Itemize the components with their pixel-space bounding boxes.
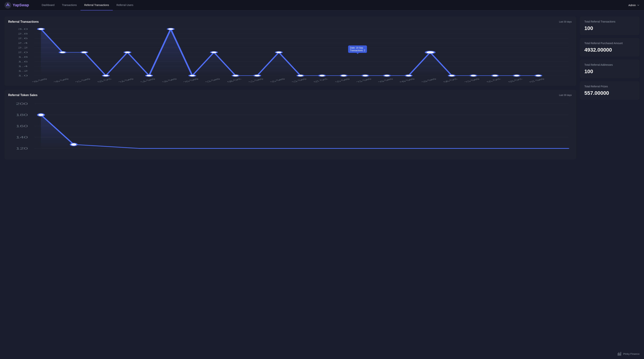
svg-point-43 <box>448 75 455 76</box>
left-column: Referral Transactions Last 30 days Date:… <box>4 16 576 159</box>
svg-text:28 Sep: 28 Sep <box>30 78 48 82</box>
svg-text:01 Oct: 01 Oct <box>485 78 502 82</box>
stat-total-referral-prizes-title: Total Referral Prizes <box>584 85 635 88</box>
svg-point-33 <box>232 75 239 76</box>
navbar: YapSwap Dashboard Transactions Referral … <box>0 0 644 10</box>
logo-icon <box>4 2 11 8</box>
svg-text:03 Oct: 03 Oct <box>507 78 524 82</box>
svg-text:02 Oct: 02 Oct <box>96 78 113 82</box>
svg-point-26 <box>81 51 88 53</box>
svg-text:2.8: 2.8 <box>18 32 28 35</box>
footer-logo: Pinky Finance <box>617 352 640 356</box>
svg-point-27 <box>102 75 109 76</box>
nav-links: Dashboard Transactions Referral Transact… <box>38 0 628 10</box>
svg-point-47 <box>535 75 542 76</box>
chart1-container: Date: 19 Sep Transactions: 2 3.0 2.8 2.6… <box>8 26 572 82</box>
svg-text:07 Oct: 07 Oct <box>312 78 329 82</box>
svg-text:1.4: 1.4 <box>18 65 28 67</box>
admin-menu[interactable]: Admin <box>628 4 640 7</box>
chart1-header: Referral Transactions Last 30 days <box>8 20 572 23</box>
svg-point-45 <box>492 75 498 76</box>
chart2-svg: 200 180 160 140 120 <box>8 100 572 156</box>
stat-total-referral-prizes: Total Referral Prizes 557.00000 <box>580 81 640 100</box>
svg-rect-87 <box>620 352 621 356</box>
svg-point-29 <box>146 75 152 76</box>
svg-point-24 <box>38 28 44 30</box>
logo-text: YapSwap <box>13 3 29 7</box>
svg-point-83 <box>70 143 77 146</box>
chart2-header: Referral Token Sales Last 30 days <box>8 93 572 97</box>
admin-label: Admin <box>628 4 636 7</box>
svg-point-39 <box>362 75 368 76</box>
svg-text:14 Sep: 14 Sep <box>139 78 156 82</box>
chart2-container: 200 180 160 140 120 <box>8 100 572 156</box>
svg-text:2.2: 2.2 <box>18 46 28 49</box>
right-column: Total Referral Transactions 100 Total Re… <box>580 16 640 100</box>
referral-token-sales-chart-card: Referral Token Sales Last 30 days 200 18… <box>4 90 576 159</box>
svg-point-38 <box>340 75 347 76</box>
svg-rect-86 <box>620 354 620 356</box>
svg-text:160: 160 <box>16 124 28 128</box>
svg-point-46 <box>513 75 520 76</box>
chevron-down-icon <box>637 4 640 6</box>
referral-transactions-chart-card: Referral Transactions Last 30 days Date:… <box>4 16 576 86</box>
svg-point-25 <box>59 51 66 53</box>
svg-point-34 <box>254 75 260 76</box>
svg-text:2.0: 2.0 <box>18 51 28 53</box>
svg-text:18 Sep: 18 Sep <box>160 78 178 82</box>
stat-total-referral-prizes-value: 557.00000 <box>584 90 635 96</box>
svg-text:22 Sep: 22 Sep <box>355 78 373 82</box>
svg-text:09 Sep: 09 Sep <box>398 78 416 82</box>
svg-text:1.2: 1.2 <box>18 70 28 72</box>
nav-referral-transactions[interactable]: Referral Transactions <box>80 0 113 10</box>
svg-text:19 Sep: 19 Sep <box>420 78 438 82</box>
footer-brand: Pinky Finance <box>623 353 640 355</box>
svg-text:13 Sep: 13 Sep <box>204 78 222 82</box>
nav-dashboard[interactable]: Dashboard <box>38 0 58 10</box>
svg-point-31 <box>189 75 196 76</box>
svg-point-37 <box>319 75 325 76</box>
svg-text:06 Oct: 06 Oct <box>442 78 459 82</box>
stat-total-referral-purchased-amount: Total Referral Purchased Amount 4932.000… <box>580 38 640 57</box>
svg-text:12 Sep: 12 Sep <box>290 78 308 82</box>
svg-text:11 Sep: 11 Sep <box>247 78 265 82</box>
svg-rect-85 <box>619 352 619 356</box>
svg-text:1.0: 1.0 <box>18 74 28 77</box>
svg-point-28 <box>124 51 131 53</box>
stat-total-referral-transactions: Total Referral Transactions 100 <box>580 16 640 35</box>
svg-point-30 <box>167 28 174 30</box>
stat-total-referral-purchased-amount-value: 4932.00000 <box>584 47 635 53</box>
svg-text:120: 120 <box>16 147 28 150</box>
svg-text:26 Sep: 26 Sep <box>52 78 70 82</box>
svg-text:2.6: 2.6 <box>18 37 28 39</box>
chart2-title: Referral Token Sales <box>8 93 38 97</box>
svg-text:1.6: 1.6 <box>18 60 28 63</box>
svg-text:3.0: 3.0 <box>18 28 28 30</box>
svg-text:21 Sep: 21 Sep <box>74 78 92 82</box>
svg-text:10 Sep: 10 Sep <box>333 78 351 82</box>
svg-rect-84 <box>618 353 618 356</box>
stat-total-referral-addresses: Total Referral Addresses 100 <box>580 60 640 78</box>
svg-text:180: 180 <box>16 113 28 117</box>
main-content: Referral Transactions Last 30 days Date:… <box>0 10 644 165</box>
stat-total-referral-addresses-value: 100 <box>584 68 635 74</box>
svg-point-41 <box>405 75 412 76</box>
nav-referral-users[interactable]: Referral Users <box>113 0 137 10</box>
chart1-period: Last 30 days <box>559 20 572 23</box>
svg-text:20 Sep: 20 Sep <box>182 78 200 82</box>
svg-text:2.4: 2.4 <box>18 42 28 44</box>
chart2-period: Last 30 days <box>559 94 572 96</box>
svg-text:15 Sep: 15 Sep <box>268 78 286 82</box>
chart1-svg: 3.0 2.8 2.6 2.4 2.2 2.0 1.8 1.6 1.4 1.2 … <box>8 26 572 82</box>
svg-text:08 Oct: 08 Oct <box>226 78 242 82</box>
svg-text:23 Sep: 23 Sep <box>463 78 481 82</box>
nav-transactions[interactable]: Transactions <box>58 0 80 10</box>
stat-total-referral-transactions-title: Total Referral Transactions <box>584 20 635 23</box>
svg-text:140: 140 <box>16 136 28 139</box>
svg-point-32 <box>211 51 217 53</box>
stat-total-referral-purchased-amount-title: Total Referral Purchased Amount <box>584 42 635 45</box>
svg-point-0 <box>4 2 11 8</box>
stat-total-referral-transactions-value: 100 <box>584 25 635 31</box>
logo[interactable]: YapSwap <box>4 2 29 8</box>
svg-point-1 <box>8 3 8 4</box>
